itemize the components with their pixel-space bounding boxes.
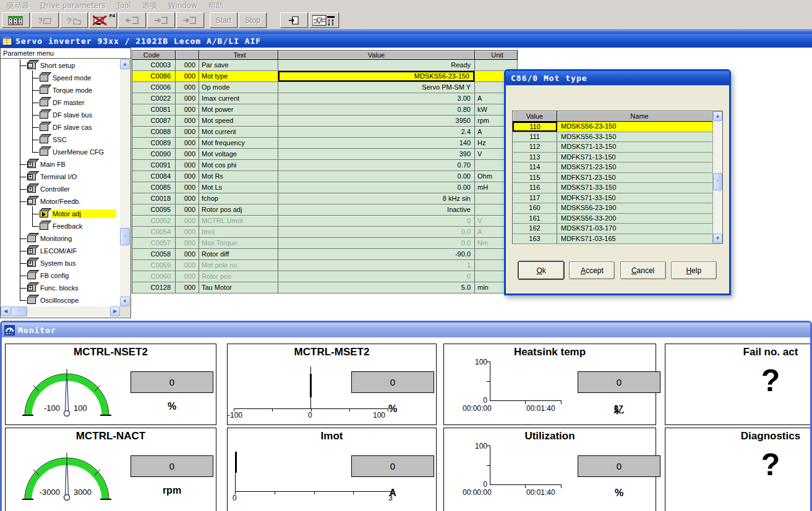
tree-node-icon[interactable]: [40, 99, 48, 106]
list-row[interactable]: 110 MDSKS56-23-150: [513, 122, 722, 132]
tree-vertical-scrollbar[interactable]: ▲ ≡ ▼: [120, 59, 130, 306]
table-row[interactable]: C0052 000 MCTRL Umot 0 V: [132, 216, 518, 227]
cell-value[interactable]: 390: [278, 149, 475, 159]
table-row[interactable]: C0086 000 Mot type MDSKS56-23-150: [132, 71, 518, 82]
tree-horizontal-scrollbar[interactable]: ◀ ≡ ▶: [1, 306, 120, 317]
table-row[interactable]: C0088 000 Mot current 2.4 A: [132, 127, 518, 138]
table-row[interactable]: C0018 000 fchop 8 kHz sin: [132, 193, 518, 205]
tree-item-label[interactable]: System bus: [38, 259, 77, 268]
list-cell-value[interactable]: 163: [513, 234, 557, 244]
cell-value[interactable]: Servo PM-SM Y: [278, 82, 475, 93]
list-cell-value[interactable]: 112: [513, 142, 557, 152]
tree-node-icon[interactable]: [27, 297, 36, 304]
cell-value[interactable]: 0.00: [278, 182, 475, 193]
list-header-value[interactable]: Value: [513, 111, 557, 122]
menu-item[interactable]: 帮助: [203, 1, 229, 11]
list-row[interactable]: 116 MDSKS71-33-150: [513, 183, 722, 193]
column-header-subcode[interactable]: [176, 51, 199, 60]
tree-node-icon[interactable]: -: [27, 198, 36, 205]
table-row[interactable]: C0060 000 Rotor pos 0: [132, 271, 518, 282]
list-cell-name[interactable]: MDSKS71-13-150: [557, 142, 722, 152]
cell-value[interactable]: 3950: [278, 116, 475, 126]
cell-value[interactable]: MDSKS56-23-150: [278, 71, 475, 82]
tree-item-label[interactable]: LECOM/AIF: [38, 247, 79, 255]
list-row[interactable]: 160 MDSKS56-23-190: [513, 203, 722, 214]
oscilloscope-button[interactable]: [309, 12, 339, 28]
tree-node-icon[interactable]: +: [27, 248, 36, 255]
table-row[interactable]: C0091 000 Mot cos phi 0.70: [132, 160, 518, 171]
list-vertical-scrollbar[interactable]: ▲ ≡ ▼: [712, 111, 722, 243]
tree-node-icon[interactable]: +: [27, 186, 36, 193]
tree-item-label[interactable]: DF master: [51, 98, 86, 107]
menu-item[interactable]: Tool: [111, 1, 136, 10]
tree-node-icon[interactable]: [40, 223, 48, 230]
drive-select-button[interactable]: [2, 12, 30, 28]
table-row[interactable]: C0022 000 Imax current 3.00 A: [132, 93, 518, 104]
column-header-code[interactable]: Code: [132, 51, 176, 60]
table-row[interactable]: C0084 000 Mot Rs 0.00 Ohm: [132, 171, 518, 182]
tree-item[interactable]: FB config: [1, 269, 120, 282]
tree-item-label[interactable]: SSC: [51, 135, 69, 144]
menu-item[interactable]: 选项: [137, 1, 163, 11]
list-cell-value[interactable]: 116: [513, 183, 557, 193]
tree-item-label[interactable]: Main FB: [38, 160, 67, 169]
tree-item-label[interactable]: Controller: [38, 185, 72, 193]
list-cell-name[interactable]: MDFKS71-23-150: [557, 173, 722, 183]
list-cell-value[interactable]: 114: [513, 163, 557, 172]
table-row[interactable]: C0058 000 Rotor diff -90.0: [132, 249, 518, 260]
tree-item[interactable]: DF master: [1, 96, 120, 109]
table-row[interactable]: C0057 000 Max Torque 0.0 Nm: [132, 238, 518, 249]
cell-value[interactable]: 0: [278, 216, 475, 226]
tree-item-label[interactable]: Speed mode: [51, 74, 93, 82]
tree-item-label[interactable]: Motor adj: [51, 209, 116, 218]
cancel-button[interactable]: Cancel: [620, 261, 666, 279]
ok-button[interactable]: Ok: [518, 261, 564, 279]
list-cell-value[interactable]: 115: [513, 173, 557, 183]
tree-item-label[interactable]: Feedback: [51, 222, 84, 230]
cell-value[interactable]: 0.0: [278, 238, 475, 248]
list-cell-name[interactable]: MDSKS71-03-170: [557, 224, 722, 234]
cell-value[interactable]: 0: [278, 271, 475, 282]
scroll-thumb[interactable]: ≡: [120, 228, 130, 245]
list-cell-value[interactable]: 111: [513, 132, 557, 142]
tree-item-label[interactable]: FB config: [38, 271, 71, 280]
tree-node-icon[interactable]: -: [27, 62, 36, 69]
list-cell-name[interactable]: MDSKS56-23-150: [557, 122, 722, 132]
list-cell-name[interactable]: MDFKS71-13-150: [557, 153, 722, 163]
tree-node-icon[interactable]: +: [27, 285, 36, 292]
tree-node-icon[interactable]: [27, 235, 36, 242]
transfer-forward-button[interactable]: [147, 12, 175, 28]
list-cell-name[interactable]: MDSKS71-23-150: [557, 163, 722, 172]
list-row[interactable]: 161 MDSKS56-33-200: [513, 214, 722, 224]
list-cell-name[interactable]: MDSKS56-23-190: [557, 203, 722, 213]
tree-node-icon[interactable]: +: [27, 161, 36, 168]
list-row[interactable]: 162 MDSKS71-03-170: [513, 224, 722, 234]
tree-item[interactable]: Feedback: [1, 220, 120, 232]
cell-value[interactable]: 2.4: [278, 127, 475, 137]
list-cell-value[interactable]: 117: [513, 193, 557, 203]
tree-node-icon[interactable]: [40, 75, 48, 82]
tree-node-icon[interactable]: [40, 87, 48, 94]
tree-item-label[interactable]: Terminal I/O: [38, 172, 79, 181]
tree-item[interactable]: Torque mode: [1, 84, 120, 96]
table-row[interactable]: C0003 000 Par save Ready: [132, 60, 518, 71]
table-row[interactable]: C0087 000 Mot speed 3950 rpm: [132, 116, 518, 127]
help-button[interactable]: Help: [671, 261, 717, 279]
tree-node-icon[interactable]: [27, 272, 36, 279]
tree-item[interactable]: UserMenue CFG: [1, 146, 120, 158]
scroll-down-button[interactable]: ▼: [120, 297, 130, 306]
param-write-button[interactable]: ?: [60, 12, 88, 28]
tree-item-label[interactable]: Monitoring: [38, 234, 74, 243]
accept-button[interactable]: Accept: [569, 261, 615, 279]
cell-value[interactable]: Inactive: [278, 205, 475, 215]
cell-value[interactable]: 0.00: [278, 171, 475, 182]
tree-item-label[interactable]: DF slave cas: [51, 123, 94, 132]
tree-item-label[interactable]: DF slave bus: [51, 111, 94, 119]
column-header-text[interactable]: Text: [199, 51, 278, 60]
menu-item[interactable]: Window: [163, 1, 203, 10]
table-row[interactable]: C0006 000 Op mode Servo PM-SM Y: [132, 82, 518, 93]
param-read-button[interactable]: ?: [31, 12, 59, 28]
tree-item-label[interactable]: Oscilloscope: [38, 296, 80, 305]
tree-item[interactable]: SSC: [1, 133, 120, 146]
tree-item-label[interactable]: Motor/Feedb.: [38, 197, 82, 206]
